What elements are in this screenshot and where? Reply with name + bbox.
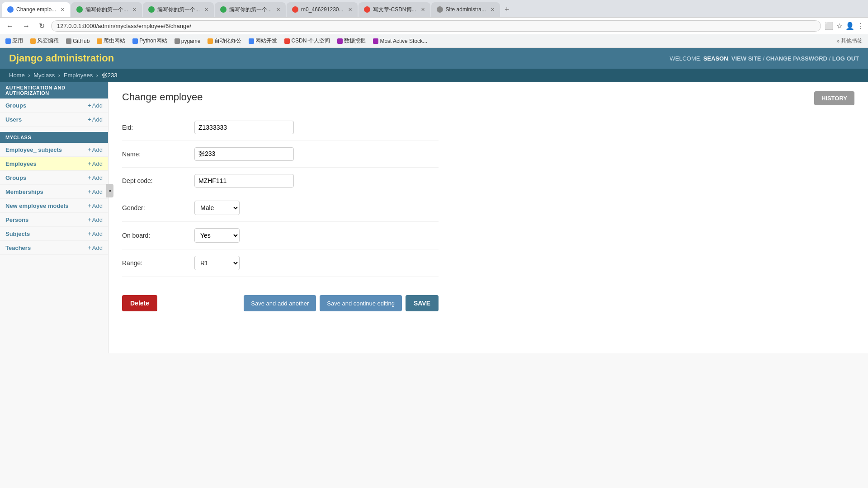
tab-close-icon[interactable]: ✕ bbox=[491, 7, 495, 13]
content-area: Change employee HISTORY Eid: Name: Dept … bbox=[108, 82, 868, 353]
tab-6[interactable]: Site administra... ✕ bbox=[431, 2, 500, 17]
plus-icon: + bbox=[88, 202, 91, 209]
sidebar-new-employee-models-label[interactable]: New employee models bbox=[5, 202, 68, 209]
breadcrumb-myclass[interactable]: Myclass bbox=[33, 72, 55, 79]
save-continue-button[interactable]: Save and continue editing bbox=[320, 295, 402, 311]
sidebar-collapse-button[interactable]: « bbox=[106, 184, 113, 197]
plus-icon: + bbox=[88, 188, 91, 195]
view-site-link[interactable]: VIEW SITE bbox=[731, 55, 761, 62]
sidebar-users-add[interactable]: + Add bbox=[88, 116, 103, 123]
profile-icon[interactable]: 👤 bbox=[845, 22, 854, 30]
name-label: Name: bbox=[122, 150, 194, 158]
range-select[interactable]: R1 R2 R3 bbox=[194, 256, 240, 270]
tab-label: 编写你的第一个... bbox=[157, 6, 200, 14]
refresh-button[interactable]: ↻ bbox=[36, 21, 47, 31]
save-add-button[interactable]: Save and add another bbox=[244, 295, 316, 311]
star-icon[interactable]: ☆ bbox=[836, 22, 843, 30]
bookmark-csdn[interactable]: CSDN-个人空间 bbox=[283, 36, 332, 46]
sidebar-new-employee-models-add[interactable]: + Add bbox=[88, 202, 103, 209]
tab-close-icon[interactable]: ✕ bbox=[61, 7, 65, 13]
tab-active[interactable]: Change emplo... ✕ bbox=[2, 2, 70, 17]
sidebar-groups-myclass-add[interactable]: + Add bbox=[88, 174, 103, 181]
sidebar-teachers-add[interactable]: + Add bbox=[88, 244, 103, 251]
sidebar-memberships-add[interactable]: + Add bbox=[88, 188, 103, 195]
bookmark-label: 数据挖掘 bbox=[344, 37, 366, 45]
change-password-link[interactable]: CHANGE PASSWORD bbox=[766, 55, 827, 62]
sidebar-users-label[interactable]: Users bbox=[5, 116, 22, 123]
bookmark-office[interactable]: 自动化办公 bbox=[206, 36, 243, 46]
tab-close-icon[interactable]: ✕ bbox=[348, 7, 352, 13]
bookmark-apps[interactable]: 应用 bbox=[4, 36, 25, 46]
bookmark-fengbian[interactable]: 风变编程 bbox=[28, 36, 61, 46]
sidebar-item-groups-auth: Groups + Add bbox=[0, 99, 108, 113]
bookmark-label: 风变编程 bbox=[37, 37, 59, 45]
address-input[interactable] bbox=[51, 20, 821, 32]
eid-input[interactable] bbox=[194, 121, 294, 134]
save-button[interactable]: SAVE bbox=[406, 295, 439, 311]
bookmarks-bar: 应用 风变编程 GitHub 爬虫网站 Python网站 pygame 自动化办… bbox=[0, 34, 868, 48]
sidebar-employees-add[interactable]: + Add bbox=[88, 160, 103, 167]
log-out-link[interactable]: LOG OUT bbox=[832, 55, 859, 62]
bookmark-label: 网站开发 bbox=[255, 37, 277, 45]
breadcrumb-employees[interactable]: Employees bbox=[64, 72, 93, 79]
bookmark-spider[interactable]: 爬虫网站 bbox=[95, 36, 127, 46]
sidebar-employees-label[interactable]: Employees bbox=[5, 160, 37, 167]
dept-code-row: Dept code: bbox=[122, 168, 439, 194]
bookmark-label: Most Active Stock... bbox=[380, 38, 427, 44]
tab-3[interactable]: 编写你的第一个... ✕ bbox=[215, 2, 286, 17]
tab-close-icon[interactable]: ✕ bbox=[204, 7, 208, 13]
tab-1[interactable]: 编写你的第一个... ✕ bbox=[71, 2, 142, 17]
sidebar-subjects-add[interactable]: + Add bbox=[88, 230, 103, 237]
bookmark-pygame[interactable]: pygame bbox=[173, 37, 203, 45]
on-board-select[interactable]: Yes No bbox=[194, 228, 240, 243]
action-buttons: Save and add another Save and continue e… bbox=[244, 295, 439, 311]
plus-icon: + bbox=[88, 174, 91, 181]
plus-icon: + bbox=[88, 146, 91, 153]
sidebar-groups-myclass-label[interactable]: Groups bbox=[5, 174, 26, 181]
delete-button[interactable]: Delete bbox=[122, 295, 157, 311]
tab-favicon bbox=[220, 6, 226, 13]
gender-select[interactable]: Male Female bbox=[194, 201, 240, 215]
tab-close-icon[interactable]: ✕ bbox=[132, 7, 137, 13]
sidebar-subjects-label[interactable]: Subjects bbox=[5, 230, 30, 237]
tab-4[interactable]: m0_466291230... ✕ bbox=[287, 2, 357, 17]
menu-icon[interactable]: ⋮ bbox=[857, 22, 864, 30]
bookmark-stocks[interactable]: Most Active Stock... bbox=[371, 37, 429, 45]
stocks-icon bbox=[373, 38, 378, 44]
tab-2[interactable]: 编写你的第一个... ✕ bbox=[143, 2, 214, 17]
on-board-label: On board: bbox=[122, 232, 194, 239]
name-input[interactable] bbox=[194, 147, 294, 161]
back-button[interactable]: ← bbox=[4, 21, 16, 31]
bookmark-datamining[interactable]: 数据挖掘 bbox=[335, 36, 368, 46]
sidebar: AUTHENTICATION AND AUTHORIZATION Groups … bbox=[0, 82, 108, 353]
bookmark-github[interactable]: GitHub bbox=[64, 37, 91, 45]
bookmark-webdev[interactable]: 网站开发 bbox=[247, 36, 279, 46]
sidebar-persons-label[interactable]: Persons bbox=[5, 216, 28, 223]
bookmark-more[interactable]: » 其他书签 bbox=[835, 36, 864, 46]
forward-button[interactable]: → bbox=[20, 21, 33, 31]
history-button[interactable]: HISTORY bbox=[814, 91, 854, 105]
sidebar-teachers-label[interactable]: Teachers bbox=[5, 244, 31, 251]
sidebar-groups-auth-add[interactable]: + Add bbox=[88, 102, 103, 109]
sidebar-employee-subjects-label[interactable]: Employee_ subjects bbox=[5, 146, 62, 153]
bookmark-label: Python网站 bbox=[139, 37, 167, 45]
breadcrumb-home[interactable]: Home bbox=[9, 72, 25, 79]
new-tab-button[interactable]: + bbox=[501, 5, 513, 14]
bookmark-label: GitHub bbox=[73, 38, 90, 44]
sidebar-memberships-label[interactable]: Memberships bbox=[5, 188, 43, 195]
dept-code-input[interactable] bbox=[194, 174, 294, 188]
tab-close-icon[interactable]: ✕ bbox=[276, 7, 280, 13]
browser-chrome: Change emplo... ✕ 编写你的第一个... ✕ 编写你的第一个..… bbox=[0, 0, 868, 48]
tab-label: Change emplo... bbox=[16, 6, 56, 13]
plus-icon: + bbox=[88, 216, 91, 223]
bookmark-python[interactable]: Python网站 bbox=[131, 36, 169, 46]
page-title: Change employee bbox=[122, 91, 203, 103]
sidebar-persons-add[interactable]: + Add bbox=[88, 216, 103, 223]
tab-bar: Change emplo... ✕ 编写你的第一个... ✕ 编写你的第一个..… bbox=[0, 0, 868, 17]
csdn-icon bbox=[284, 38, 290, 44]
fengbian-icon bbox=[30, 38, 36, 44]
tab-close-icon[interactable]: ✕ bbox=[421, 7, 425, 13]
sidebar-groups-auth-label[interactable]: Groups bbox=[5, 102, 26, 109]
tab-5[interactable]: 写文章-CSDN博... ✕ bbox=[359, 2, 430, 17]
sidebar-employee-subjects-add[interactable]: + Add bbox=[88, 146, 103, 153]
